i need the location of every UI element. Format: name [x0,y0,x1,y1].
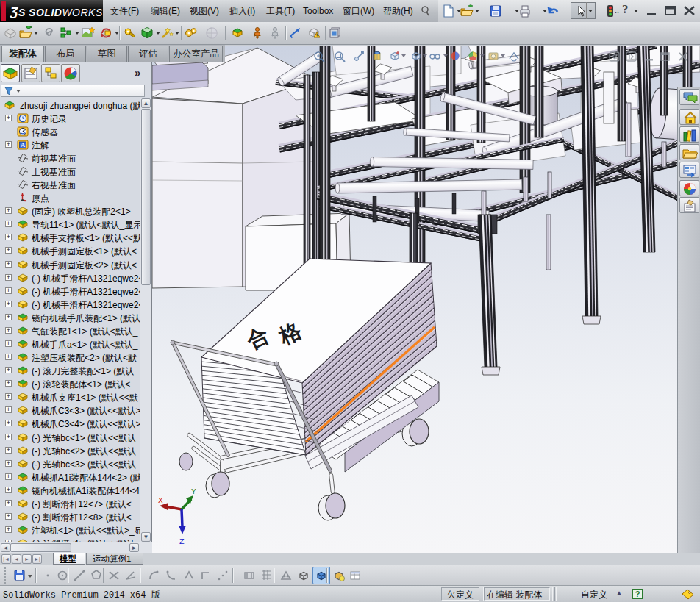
svg-text:!: ! [316,33,318,38]
svg-text:X: X [158,496,163,505]
svg-text:Y: Y [191,487,196,496]
svg-text:A: A [21,141,26,148]
svg-text:Z: Z [179,537,185,546]
